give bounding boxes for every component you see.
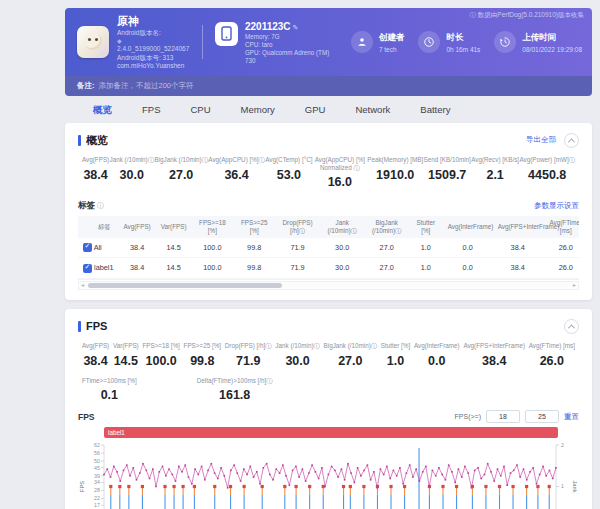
table-header-row: 标签 Avg(FPS) Var(FPS) FPS>=18 [%] FPS>=25…	[78, 216, 579, 237]
stat-label: Avg(FPS)	[82, 342, 109, 350]
diamond-icon: ◆	[117, 38, 122, 44]
app-package: com.miHoYo.Yuanshen	[117, 62, 192, 70]
stat-value: 27.0	[324, 354, 378, 368]
edit-icon[interactable]: ✎	[293, 24, 299, 31]
tab-fps[interactable]: FPS	[142, 104, 160, 117]
stat-label: BigJank (/10min)ⓘ	[154, 156, 208, 164]
stat-label: Avg(FTime) [ms]	[529, 342, 575, 350]
overview-card: 概览 导出全部 Avg(FPS)38.4 Jank (/10min)ⓘ30.0 …	[65, 123, 592, 300]
stat-label: FPS>=18 [%]	[142, 342, 179, 350]
svg-text:45: 45	[94, 465, 100, 471]
stat-label: Stutter [%]	[381, 342, 410, 350]
labels-table-wrap: 标签 Avg(FPS) Var(FPS) FPS>=18 [%] FPS>=25…	[78, 216, 579, 279]
svg-text:62: 62	[94, 442, 100, 448]
overview-stats: Avg(FPS)38.4 Jank (/10min)ⓘ30.0 BigJank …	[78, 154, 579, 192]
stat-label: Avg(Power) [mW]ⓘ	[519, 156, 575, 164]
tab-battery[interactable]: Battery	[420, 104, 450, 117]
app-meta: 原神 Android版本名: ◆ 2.4.0_5199000_5224067 A…	[117, 15, 192, 70]
svg-text:2: 2	[561, 442, 564, 448]
scroll-left-arrow-icon[interactable]: ◂	[79, 282, 86, 288]
table-row[interactable]: All 38.4 14.5 100.0 99.8 71.9 30.0 27.0 …	[78, 238, 579, 258]
overview-title: 概览	[86, 133, 108, 148]
device-memory: Memory: 7G	[245, 33, 337, 41]
device-block: 2201123C✎ Memory: 7G CPU: taro GPU: Qual…	[215, 20, 337, 66]
svg-text:1: 1	[561, 484, 564, 490]
svg-text:Jank: Jank	[572, 481, 577, 493]
phone-icon	[215, 22, 238, 46]
tab-gpu[interactable]: GPU	[305, 104, 326, 117]
stat-label: Avg(AppCPU) [%] Normalized ⓘ	[313, 156, 367, 172]
upload-value: 08/01/2022 19:29:08	[522, 46, 582, 53]
person-icon	[351, 31, 373, 53]
stat-value: 1509.7	[424, 168, 471, 182]
app-build: Android版本号: 313	[117, 54, 192, 62]
label1-range-band[interactable]: label1	[104, 427, 558, 438]
duration-value: 0h 16m 41s	[446, 46, 480, 53]
title-marker	[78, 135, 81, 146]
note-bar[interactable]: 备注:添加备注，不超过200个字符	[65, 76, 592, 96]
device-gpu: GPU: Qualcomm Adreno (TM) 730	[245, 49, 337, 65]
stat-value: 1910.0	[367, 168, 423, 182]
row-checkbox[interactable]	[83, 264, 92, 273]
note-label: 备注:	[77, 81, 95, 90]
stat-value: 0.1	[82, 388, 137, 402]
app-icon	[77, 26, 109, 58]
svg-text:28: 28	[94, 488, 100, 494]
stat-value: 16.0	[313, 175, 367, 189]
svg-text:34: 34	[94, 480, 100, 486]
export-all-link[interactable]: 导出全部	[526, 135, 556, 145]
upload-time-block: 上传时间 08/01/2022 19:29:08	[494, 31, 582, 53]
tab-network[interactable]: Network	[355, 104, 390, 117]
stat-value: 14.5	[113, 354, 139, 368]
table-row[interactable]: label1 38.4 14.5 100.0 99.8 71.9 30.0 27…	[78, 258, 579, 279]
row-checkbox[interactable]	[83, 243, 92, 252]
fps-card: FPS Avg(FPS)38.4 Var(FPS)14.5 FPS>=18 [%…	[65, 309, 592, 509]
stat-label: Avg(CTemp) [°C]	[265, 156, 312, 164]
stat-value: 30.0	[275, 354, 319, 368]
header-divider	[202, 25, 203, 59]
stat-value: 30.0	[110, 168, 154, 182]
stat-label: BigJank (/10min)ⓘ	[324, 342, 378, 350]
fps-stats-row2: FTime>=100ms [%]0.1 Delta(FTime)>100ms […	[78, 377, 579, 403]
stat-value: 0.0	[414, 354, 460, 368]
stat-label: Avg(AppCPU) [%]ⓘ	[208, 156, 265, 164]
duration-block: 时长 0h 16m 41s	[418, 31, 480, 53]
stat-value: 2.1	[471, 168, 519, 182]
stat-label: Delta(FTime)>100ms [/h]ⓘ	[197, 377, 273, 385]
row-label: All	[94, 243, 102, 252]
stat-value: 99.8	[184, 354, 221, 368]
fps-threshold-low-input[interactable]	[486, 410, 520, 423]
row-label: label1	[94, 263, 113, 272]
stat-label: Var(FPS)	[113, 342, 139, 350]
stat-label: Jank (/10min)ⓘ	[275, 342, 319, 350]
upload-label: 上传时间	[522, 32, 582, 44]
collapse-fps-button[interactable]	[564, 319, 579, 334]
svg-text:56: 56	[94, 450, 100, 456]
stat-label: Avg(InterFrame)	[414, 342, 460, 350]
tab-memory[interactable]: Memory	[241, 104, 275, 117]
stat-label: Peak(Memory) [MB]	[367, 156, 423, 164]
table-horizontal-scrollbar[interactable]: ◂ ▸	[78, 281, 579, 290]
scroll-right-arrow-icon[interactable]: ▸	[571, 282, 578, 288]
stat-value: 53.0	[265, 168, 312, 182]
svg-text:FPS: FPS	[79, 481, 85, 492]
tab-overview[interactable]: 概览	[93, 104, 112, 117]
threshold-reset-link[interactable]: 重置	[564, 412, 579, 422]
fps-threshold-high-input[interactable]	[525, 410, 559, 423]
stat-label: Send [KB/10min]	[424, 156, 471, 164]
fps-stats: Avg(FPS)38.4 Var(FPS)14.5 FPS>=18 [%]100…	[78, 340, 579, 370]
scrollbar-thumb[interactable]	[88, 283, 282, 288]
param-display-settings-link[interactable]: 参数显示设置	[534, 201, 579, 211]
stat-label: Avg(FPS+InterFrame)	[463, 342, 525, 350]
title-marker	[78, 321, 81, 332]
tab-cpu[interactable]: CPU	[190, 104, 210, 117]
creator-label: 创建者	[379, 32, 405, 44]
fps-line-chart[interactable]: 6256504539342822171160210FPSJank00:0000:…	[78, 440, 579, 509]
creator-block: 创建者 7 tech	[351, 31, 405, 53]
fps-chart-label: FPS	[78, 412, 95, 422]
stat-value: 38.4	[463, 354, 525, 368]
info-icon[interactable]: ⓘ	[97, 201, 104, 211]
labels-title: 标签	[78, 200, 95, 212]
stat-label: Drop(FPS) [/h]ⓘ	[225, 342, 272, 350]
collapse-overview-button[interactable]	[564, 133, 579, 148]
